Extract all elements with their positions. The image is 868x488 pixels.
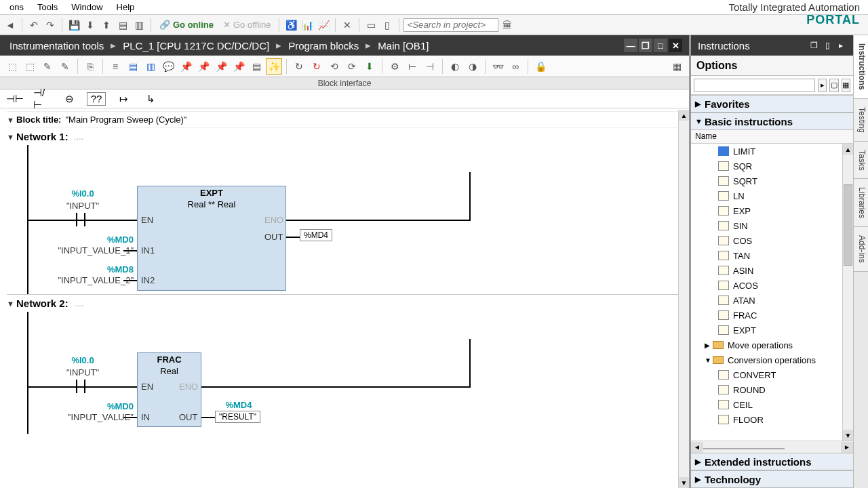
scroll-up-icon[interactable]: ▲ — [679, 110, 689, 121]
close-icon[interactable]: ✕ — [340, 18, 355, 33]
branch-close-icon[interactable]: ↳ — [141, 92, 160, 106]
back-icon[interactable]: ◄ — [3, 18, 18, 33]
coil-icon[interactable]: ⊖ — [60, 92, 79, 106]
collapse-net2-icon[interactable]: ▼ — [7, 300, 16, 308]
split-v-icon[interactable]: ▯ — [380, 18, 395, 33]
accessible-icon[interactable]: ♿ — [283, 18, 298, 33]
folder-conversion-operations[interactable]: ▼Conversion operations — [691, 352, 853, 367]
tool-icon[interactable]: ✎ — [57, 58, 73, 75]
side-tab-addins[interactable]: Add-ins — [854, 227, 868, 272]
search-nav-icon[interactable]: 🏛 — [500, 18, 515, 33]
compile-icon[interactable]: ▤ — [115, 18, 130, 33]
maximize-icon[interactable]: □ — [654, 39, 667, 52]
side-tab-libraries[interactable]: Libraries — [854, 179, 868, 227]
options-header[interactable]: Options — [691, 56, 853, 76]
view3-icon[interactable]: ▥ — [142, 58, 159, 75]
step2-icon[interactable]: ↻ — [309, 58, 325, 75]
menu-tools[interactable]: Tools — [31, 1, 64, 14]
instr-ln[interactable]: LN — [691, 188, 853, 203]
step4-icon[interactable]: ⟳ — [344, 58, 360, 75]
side-tab-testing[interactable]: Testing — [854, 99, 868, 142]
download-icon[interactable]: ⬇ — [83, 18, 98, 33]
instr-frac[interactable]: FRAC — [691, 308, 853, 323]
lock-icon[interactable]: 🔒 — [532, 58, 549, 75]
instr-sqrt[interactable]: SQRT — [691, 174, 853, 188]
insert-icon[interactable]: ✎ — [39, 58, 56, 75]
glasses2-icon[interactable]: ∞ — [507, 58, 524, 75]
network2-body[interactable]: %I0.0 "INPUT" FRAC Real EN IN ENO OUT %M… — [7, 312, 682, 434]
hscroll-left-icon[interactable]: ◄ — [691, 442, 703, 453]
opt-view1-icon[interactable]: ▢ — [829, 79, 838, 92]
compile2-icon[interactable]: ▥ — [132, 18, 146, 33]
net2-out-name[interactable]: "RESULT" — [215, 411, 260, 423]
pin4-icon[interactable]: 📌 — [231, 58, 247, 75]
favorites-category[interactable]: ▶ Favorites — [691, 95, 853, 113]
net1-out-value[interactable]: %MD4 — [300, 229, 332, 241]
add-network-icon[interactable]: ⬚ — [4, 58, 20, 75]
network1-header[interactable]: Network 1: — [16, 131, 68, 142]
project-search-input[interactable] — [403, 18, 498, 32]
highlight-icon[interactable]: ✨ — [266, 58, 282, 75]
panel-icon[interactable]: ▦ — [669, 58, 685, 75]
copy-icon[interactable]: ⎘ — [82, 58, 98, 75]
network2-header[interactable]: Network 2: — [16, 298, 68, 309]
pin3-icon[interactable]: 📌 — [213, 58, 229, 75]
box-icon[interactable]: ?? — [87, 92, 106, 106]
comment-icon[interactable]: 💬 — [160, 58, 176, 75]
nav-right-icon[interactable]: ◑ — [465, 58, 481, 75]
instr-tan[interactable]: TAN — [691, 248, 853, 263]
monitor1-icon[interactable]: ⚙ — [387, 58, 403, 75]
scroll-up-icon[interactable]: ▲ — [843, 144, 853, 155]
scroll-thumb[interactable] — [844, 184, 852, 266]
net1-fb-expt[interactable]: EXPT Real ** Real — [137, 186, 286, 291]
instr-exp[interactable]: EXP — [691, 203, 853, 218]
panel-collapse-icon[interactable]: ▯ — [822, 40, 833, 51]
hscroll-thumb[interactable] — [703, 448, 785, 449]
pin1-icon[interactable]: 📌 — [178, 58, 194, 75]
panel-pop-icon[interactable]: ❐ — [808, 40, 819, 51]
folder-move-operations[interactable]: ▶Move operations — [691, 338, 853, 352]
list-icon[interactable]: ▤ — [248, 58, 264, 75]
instr-floor[interactable]: FLOOR — [691, 412, 853, 427]
bc-blocks[interactable]: Program blocks — [285, 40, 361, 52]
bc-main[interactable]: Main [OB1] — [375, 40, 431, 52]
close-editor-icon[interactable]: ✕ — [669, 39, 682, 52]
undo-icon[interactable]: ↶ — [26, 18, 41, 33]
upload-icon[interactable]: ⬆ — [99, 18, 114, 33]
step3-icon[interactable]: ⟲ — [326, 58, 342, 75]
opt-view2-icon[interactable]: ▦ — [842, 79, 850, 92]
net1-contact[interactable] — [76, 213, 85, 226]
instr-cos[interactable]: COS — [691, 233, 853, 248]
instr-round[interactable]: ROUND — [691, 382, 853, 397]
save-icon[interactable]: 💾 — [66, 18, 81, 33]
instr-atan[interactable]: ATAN — [691, 293, 853, 308]
instructions-search-input[interactable] — [694, 79, 815, 92]
monitor2-icon[interactable]: ⊢ — [404, 58, 420, 75]
panel-expand-icon[interactable]: ▸ — [835, 40, 846, 51]
instr-acos[interactable]: ACOS — [691, 278, 853, 293]
menu-ons[interactable]: ons — [3, 1, 31, 14]
go-offline-button[interactable]: ✕ Go offline — [219, 20, 275, 30]
bc-plc[interactable]: PLC_1 [CPU 1217C DC/DC/DC] — [120, 40, 272, 52]
extended-instructions-category[interactable]: ▶ Extended instructions — [691, 453, 853, 470]
editor-scrollbar[interactable]: ▲ ▼ — [678, 110, 689, 488]
split-h-icon[interactable]: ▭ — [363, 18, 378, 33]
basic-instructions-category[interactable]: ▼ Basic instructions — [691, 113, 853, 130]
network1-body[interactable]: %I0.0 "INPUT" EXPT Real ** Real EN IN1 I… — [7, 145, 682, 294]
instr-asin[interactable]: ASIN — [691, 263, 853, 278]
glasses-icon[interactable]: 👓 — [490, 58, 506, 75]
instr-convert[interactable]: CONVERT — [691, 367, 853, 382]
redo-icon[interactable]: ↷ — [43, 18, 58, 33]
technology-category[interactable]: ▶ Technology — [691, 470, 853, 488]
net2-contact[interactable] — [76, 380, 85, 393]
menu-help[interactable]: Help — [110, 1, 142, 14]
collapse-net1-icon[interactable]: ▼ — [7, 133, 16, 141]
instr-limit[interactable]: LIMIT — [691, 144, 853, 159]
nav-left-icon[interactable]: ◐ — [447, 58, 463, 75]
hscroll-right-icon[interactable]: ► — [841, 442, 853, 453]
block-title-value[interactable]: "Main Program Sweep (Cycle)" — [65, 115, 186, 125]
block-interface-bar[interactable]: Block interface — [0, 77, 689, 89]
name-column-header[interactable]: Name — [691, 130, 853, 144]
minimize-icon[interactable]: — — [624, 39, 637, 52]
side-tab-instructions[interactable]: Instructions — [854, 35, 868, 99]
